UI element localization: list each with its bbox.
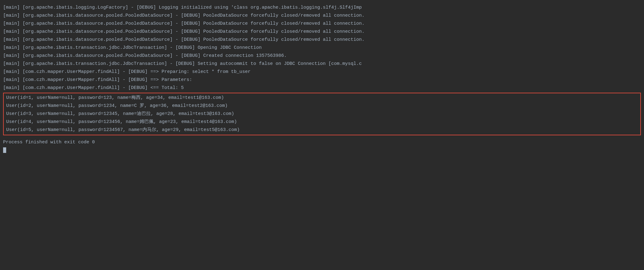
log-line-2: [main] [org.apache.ibatis.datasource.poo… bbox=[0, 12, 644, 20]
console-output: [main] [org.apache.ibatis.logging.LogFac… bbox=[0, 2, 644, 156]
log-line-3: [main] [org.apache.ibatis.datasource.poo… bbox=[0, 20, 644, 28]
result-line-1: User(id=1, userName=null, password=123, … bbox=[4, 94, 640, 102]
result-line-3: User(id=3, userName=null, password=12345… bbox=[4, 110, 640, 118]
log-line-4: [main] [org.apache.ibatis.datasource.poo… bbox=[0, 28, 644, 36]
highlighted-result-block: User(id=1, userName=null, password=123, … bbox=[3, 93, 641, 135]
log-line-9: [main] [com.czh.mapper.UserMapper.findAl… bbox=[0, 68, 644, 76]
log-line-7: [main] [org.apache.ibatis.datasource.poo… bbox=[0, 52, 644, 60]
log-line-5: [main] [org.apache.ibatis.datasource.poo… bbox=[0, 36, 644, 44]
process-finished-line: Process finished with exit code 0 bbox=[0, 138, 644, 146]
log-line-11: [main] [com.czh.mapper.UserMapper.findAl… bbox=[0, 84, 644, 92]
result-line-2: User(id=2, userName=null, password=1234,… bbox=[4, 102, 640, 110]
cursor-line bbox=[0, 146, 644, 154]
cursor-icon bbox=[3, 147, 6, 153]
result-line-4: User(id=4, userName=null, password=12345… bbox=[4, 118, 640, 126]
log-line-10: [main] [com.czh.mapper.UserMapper.findAl… bbox=[0, 76, 644, 84]
log-line-6: [main] [org.apache.ibatis.transaction.jd… bbox=[0, 44, 644, 52]
result-line-5: User(id=5, userName=null, password=12345… bbox=[4, 126, 640, 134]
log-line-8: [main] [org.apache.ibatis.transaction.jd… bbox=[0, 60, 644, 68]
log-line-1: [main] [org.apache.ibatis.logging.LogFac… bbox=[0, 4, 644, 12]
